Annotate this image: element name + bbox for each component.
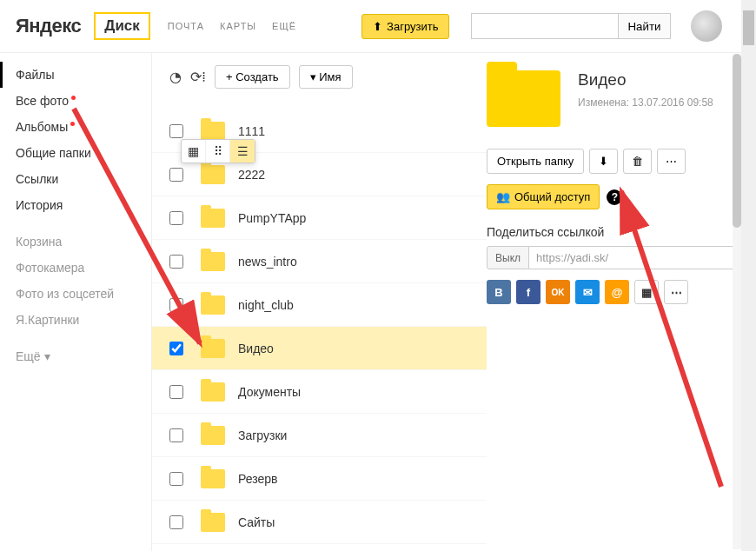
search-button[interactable]: Найти: [619, 13, 670, 39]
sidebar-item-files[interactable]: Файлы: [0, 62, 151, 88]
share-link-input[interactable]: [529, 246, 737, 269]
top-nav: ПОЧТА КАРТЫ ЕЩЁ: [168, 21, 296, 31]
details-panel: Видео Изменена: 13.07.2016 09:58 Открыть…: [487, 53, 756, 551]
nav-maps[interactable]: КАРТЫ: [220, 21, 256, 31]
nav-mail[interactable]: ПОЧТА: [168, 21, 204, 31]
row-checkbox[interactable]: [169, 472, 183, 486]
row-checkbox[interactable]: [169, 385, 183, 399]
upload-icon: ⬆: [373, 20, 382, 33]
file-name: night_club: [238, 298, 294, 312]
timer-icon[interactable]: ◔: [169, 69, 182, 85]
row-checkbox[interactable]: [169, 515, 183, 529]
sidebar-item-albums[interactable]: Альбомы: [0, 114, 151, 140]
inner-scrollbar[interactable]: [733, 54, 741, 549]
moimir-icon[interactable]: @: [605, 280, 629, 304]
chevron-down-icon: ▾: [44, 349, 50, 363]
file-row[interactable]: Документы: [152, 370, 487, 414]
view-list[interactable]: ☰: [230, 140, 255, 163]
row-checkbox[interactable]: [169, 428, 183, 442]
search-box: Найти: [471, 13, 670, 39]
file-name: 1111: [238, 124, 265, 138]
sidebar-item-photos[interactable]: Все фото: [0, 88, 151, 114]
social-row: B f OK ✉ @ ▦ ⋯: [487, 280, 737, 304]
file-row[interactable]: Загрузки: [152, 414, 487, 457]
vk-icon[interactable]: B: [487, 280, 511, 304]
trash-icon: 🗑: [632, 155, 643, 168]
folder-icon: [201, 339, 225, 358]
folder-icon: [201, 165, 225, 184]
row-checkbox[interactable]: [169, 124, 183, 138]
header: Яндекс Диск ПОЧТА КАРТЫ ЕЩЁ ⬆ Загрузить …: [0, 0, 756, 53]
file-name: news_intro: [238, 255, 297, 269]
view-switcher: ▦ ⠿ ☰: [181, 139, 255, 163]
upload-label: Загрузить: [387, 20, 438, 33]
row-checkbox[interactable]: [169, 255, 183, 269]
file-name: 2222: [238, 168, 265, 182]
view-tiles-small[interactable]: ⠿: [206, 140, 230, 163]
download-icon: ⬇: [599, 155, 608, 168]
download-button[interactable]: ⬇: [589, 149, 618, 174]
file-row[interactable]: PumpYTApp: [152, 196, 487, 240]
more-social-icon[interactable]: ⋯: [664, 280, 688, 304]
folder-icon: [201, 426, 225, 445]
fb-icon[interactable]: f: [516, 280, 540, 304]
file-row[interactable]: night_club: [152, 283, 487, 327]
folder-icon: [201, 513, 225, 532]
folder-icon: [201, 252, 225, 271]
sidebar: Файлы Все фото Альбомы Общие папки Ссылк…: [0, 53, 152, 551]
row-checkbox[interactable]: [169, 298, 183, 312]
file-list: 1111 2222 PumpYTApp news_intro night_clu…: [152, 110, 487, 544]
browser-scrollbar[interactable]: [741, 0, 756, 551]
sync-icon[interactable]: ⟳⁞: [190, 69, 206, 85]
sidebar-item-trash[interactable]: Корзина: [0, 229, 151, 255]
folder-icon: [201, 295, 225, 315]
sidebar-item-social[interactable]: Фото из соцсетей: [0, 281, 151, 307]
help-icon[interactable]: ?: [607, 189, 622, 205]
file-panel: ◔ ⟳⁞ + Создать ▾ Имя 1111 2222 PumpYTApp…: [152, 53, 487, 551]
delete-button[interactable]: 🗑: [623, 149, 652, 174]
folder-icon-large: [487, 70, 560, 127]
mail-icon[interactable]: ✉: [575, 280, 600, 304]
people-icon: 👥: [496, 190, 510, 203]
nav-more[interactable]: ЕЩЁ: [272, 21, 296, 31]
row-checkbox[interactable]: [169, 342, 183, 355]
folder-icon: [201, 122, 225, 141]
sidebar-item-links[interactable]: Ссылки: [0, 166, 151, 192]
sidebar-more[interactable]: Ещё ▾: [0, 343, 151, 369]
more-actions-button[interactable]: ⋯: [657, 149, 686, 174]
file-name: PumpYTApp: [238, 211, 306, 225]
sidebar-item-pics[interactable]: Я.Картинки: [0, 307, 151, 333]
file-row[interactable]: Сайты: [152, 501, 487, 544]
sort-button[interactable]: ▾ Имя: [299, 65, 353, 89]
sidebar-item-shared[interactable]: Общие папки: [0, 140, 151, 166]
share-link-label: Поделиться ссылкой: [487, 225, 737, 239]
open-folder-button[interactable]: Открыть папку: [487, 149, 584, 174]
share-access-button[interactable]: 👥Общий доступ: [487, 184, 600, 209]
brand-logo[interactable]: Яндекс: [16, 15, 81, 37]
create-button[interactable]: + Создать: [215, 65, 290, 89]
folder-icon: [201, 382, 225, 402]
details-meta: Изменена: 13.07.2016 09:58: [578, 96, 713, 109]
avatar[interactable]: [691, 10, 722, 42]
file-name: Загрузки: [238, 428, 287, 442]
view-tiles-large[interactable]: ▦: [182, 140, 206, 163]
sidebar-item-camera[interactable]: Фотокамера: [0, 255, 151, 281]
row-checkbox[interactable]: [169, 211, 183, 225]
sidebar-item-history[interactable]: История: [0, 192, 151, 218]
toolbar: ◔ ⟳⁞ + Создать ▾ Имя: [152, 53, 487, 101]
file-row[interactable]: news_intro: [152, 240, 487, 283]
upload-button[interactable]: ⬆ Загрузить: [361, 14, 449, 39]
dots-icon: ⋯: [666, 155, 677, 168]
link-toggle[interactable]: Выкл: [487, 246, 529, 269]
app-logo[interactable]: Диск: [94, 12, 150, 40]
ok-icon[interactable]: OK: [546, 280, 570, 304]
qr-icon[interactable]: ▦: [634, 280, 659, 304]
file-name: Резерв: [238, 472, 277, 486]
folder-icon: [201, 469, 225, 488]
file-row[interactable]: Резерв: [152, 457, 487, 501]
details-title: Видео: [578, 70, 713, 90]
search-input[interactable]: [471, 13, 619, 39]
row-checkbox[interactable]: [169, 168, 183, 182]
folder-icon: [201, 209, 225, 228]
file-row[interactable]: Видео: [152, 327, 487, 370]
